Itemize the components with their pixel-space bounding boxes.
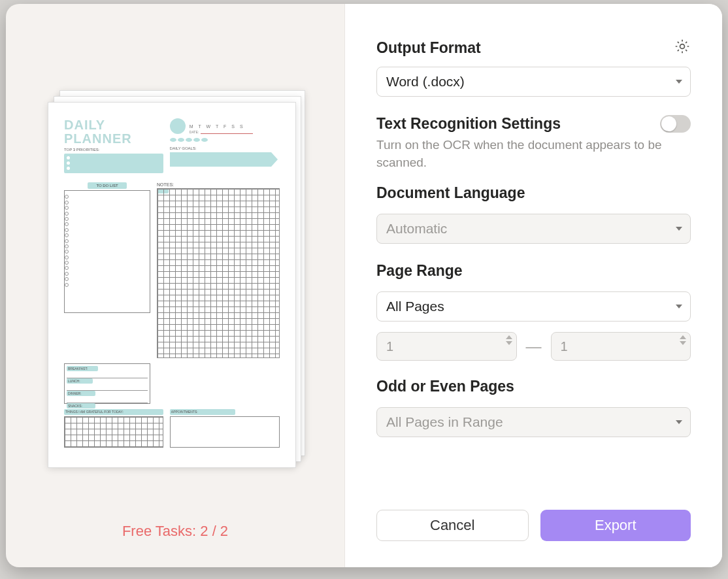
page-from-input[interactable]: 1 bbox=[376, 332, 517, 361]
ocr-toggle[interactable] bbox=[660, 115, 691, 133]
export-button[interactable]: Export bbox=[540, 510, 691, 541]
planner-title-1: DAILY bbox=[64, 118, 163, 132]
appointments-label: APPOINTMENTS: bbox=[170, 409, 235, 415]
chevron-down-icon bbox=[676, 227, 682, 231]
toggle-knob bbox=[661, 116, 676, 131]
preview-pane: DAILY PLANNER TOP 3 PRIORITIES: bbox=[6, 4, 344, 567]
range-dash: — bbox=[526, 337, 542, 356]
preview-page-front: DAILY PLANNER TOP 3 PRIORITIES: bbox=[48, 102, 296, 468]
output-format-select[interactable]: Word (.docx) bbox=[376, 67, 691, 97]
doc-language-select[interactable]: Automatic bbox=[376, 214, 691, 244]
ocr-description: Turn on the OCR when the document appear… bbox=[376, 137, 691, 171]
notes-label: NOTES: bbox=[157, 182, 280, 187]
cancel-button[interactable]: Cancel bbox=[376, 510, 529, 541]
free-tasks-counter: Free Tasks: 2 / 2 bbox=[122, 523, 228, 548]
top-priorities-label: TOP 3 PRIORITIES: bbox=[64, 148, 163, 152]
grateful-label: THINGS I AM GRATEFUL FOR TODAY: bbox=[64, 409, 163, 415]
page-range-value: All Pages bbox=[386, 299, 444, 314]
date-label: DATE: bbox=[190, 130, 199, 134]
page-from-value: 1 bbox=[386, 339, 393, 354]
todo-label: TO DO LIST bbox=[88, 182, 127, 189]
output-format-value: Word (.docx) bbox=[386, 74, 465, 90]
chevron-down-icon bbox=[676, 420, 682, 424]
chevron-down-icon bbox=[676, 80, 682, 84]
page-to-value: 1 bbox=[561, 339, 568, 354]
odd-even-value: All Pages in Range bbox=[386, 414, 503, 430]
odd-even-label: Odd or Even Pages bbox=[376, 378, 691, 395]
odd-even-select[interactable]: All Pages in Range bbox=[376, 407, 691, 437]
page-range-select[interactable]: All Pages bbox=[376, 291, 691, 322]
planner-title-2: PLANNER bbox=[64, 132, 163, 146]
weekday-row: M T W T F S S bbox=[190, 124, 280, 129]
chevron-down-icon bbox=[676, 305, 682, 308]
ocr-label: Text Recognition Settings bbox=[376, 115, 561, 133]
page-to-input[interactable]: 1 bbox=[551, 332, 691, 361]
export-dialog: DAILY PLANNER TOP 3 PRIORITIES: bbox=[6, 4, 722, 567]
planner-thumbnail: DAILY PLANNER TOP 3 PRIORITIES: bbox=[64, 118, 280, 452]
doc-language-value: Automatic bbox=[386, 221, 447, 237]
doc-language-label: Document Language bbox=[376, 184, 691, 202]
page-to-stepper[interactable] bbox=[680, 335, 686, 345]
gear-icon[interactable] bbox=[674, 38, 691, 58]
page-range-label: Page Range bbox=[376, 262, 691, 280]
page-from-stepper[interactable] bbox=[506, 335, 512, 345]
export-options-pane: Output Format Word (.docx) Text Recognit… bbox=[344, 4, 722, 567]
document-preview: DAILY PLANNER TOP 3 PRIORITIES: bbox=[48, 102, 303, 468]
daily-goals-label: DAILY GOALS: bbox=[170, 146, 280, 150]
svg-point-0 bbox=[680, 44, 685, 49]
output-format-label: Output Format bbox=[376, 39, 481, 57]
